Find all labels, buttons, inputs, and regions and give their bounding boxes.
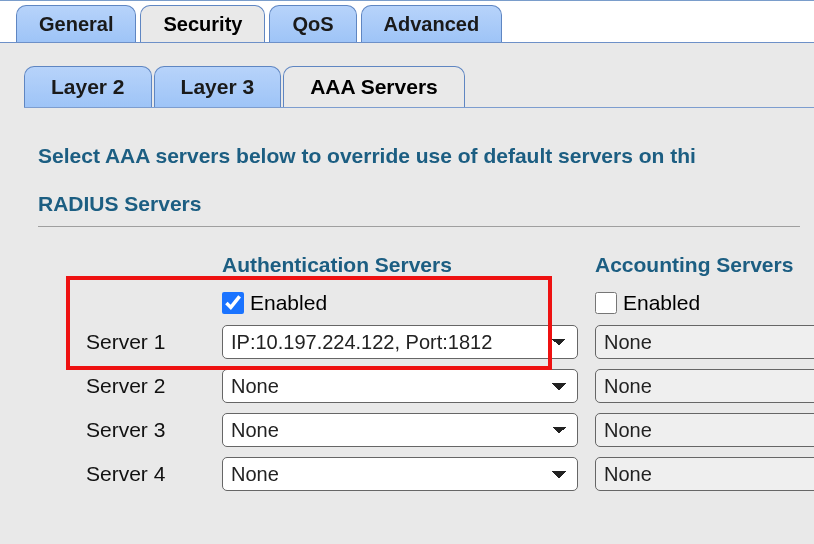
auth-enabled-cell: Enabled: [222, 291, 592, 315]
auth-server-1-select[interactable]: IP:10.197.224.122, Port:1812: [222, 325, 578, 359]
server-row-label: Server 4: [38, 462, 222, 486]
security-panel: Layer 2 Layer 3 AAA Servers Select AAA s…: [0, 42, 814, 544]
acct-enabled-cell: Enabled: [595, 291, 814, 315]
tab-general[interactable]: General: [16, 5, 136, 42]
acct-server-4-select[interactable]: None: [595, 457, 814, 491]
acct-server-cell: None: [595, 325, 814, 359]
auth-servers-heading: Authentication Servers: [222, 253, 592, 281]
tab-security[interactable]: Security: [140, 5, 265, 42]
acct-server-cell: None: [595, 369, 814, 403]
acct-server-cell: None: [595, 457, 814, 491]
tab-aaa-servers[interactable]: AAA Servers: [283, 66, 465, 107]
auth-enabled-label: Enabled: [250, 291, 327, 315]
auth-server-cell: None: [222, 369, 592, 403]
tab-layer2[interactable]: Layer 2: [24, 66, 152, 107]
acct-server-cell: None: [595, 413, 814, 447]
acct-servers-heading: Accounting Servers: [595, 253, 814, 281]
auth-server-cell: None: [222, 413, 592, 447]
server-row-label: Server 1: [38, 330, 222, 354]
acct-enabled-checkbox[interactable]: [595, 292, 617, 314]
aaa-servers-panel: Select AAA servers below to override use…: [24, 107, 814, 491]
tab-advanced[interactable]: Advanced: [361, 5, 503, 42]
tab-qos[interactable]: QoS: [269, 5, 356, 42]
divider: [38, 226, 800, 227]
main-tabs: General Security QoS Advanced: [0, 1, 814, 42]
tab-layer3[interactable]: Layer 3: [154, 66, 282, 107]
servers-grid: Authentication Servers Accounting Server…: [38, 253, 800, 491]
acct-server-1-select[interactable]: None: [595, 325, 814, 359]
server-row-label: Server 3: [38, 418, 222, 442]
auth-server-3-select[interactable]: None: [222, 413, 578, 447]
auth-enabled-checkbox[interactable]: [222, 292, 244, 314]
sub-tabs: Layer 2 Layer 3 AAA Servers: [24, 63, 814, 107]
intro-text: Select AAA servers below to override use…: [38, 144, 800, 168]
acct-enabled-label: Enabled: [623, 291, 700, 315]
server-row-label: Server 2: [38, 374, 222, 398]
radius-heading: RADIUS Servers: [38, 192, 800, 216]
auth-server-4-select[interactable]: None: [222, 457, 578, 491]
auth-server-2-select[interactable]: None: [222, 369, 578, 403]
acct-server-3-select[interactable]: None: [595, 413, 814, 447]
auth-server-cell: None: [222, 457, 592, 491]
auth-server-cell: IP:10.197.224.122, Port:1812: [222, 325, 592, 359]
page-root: General Security QoS Advanced Layer 2 La…: [0, 0, 814, 544]
acct-server-2-select[interactable]: None: [595, 369, 814, 403]
